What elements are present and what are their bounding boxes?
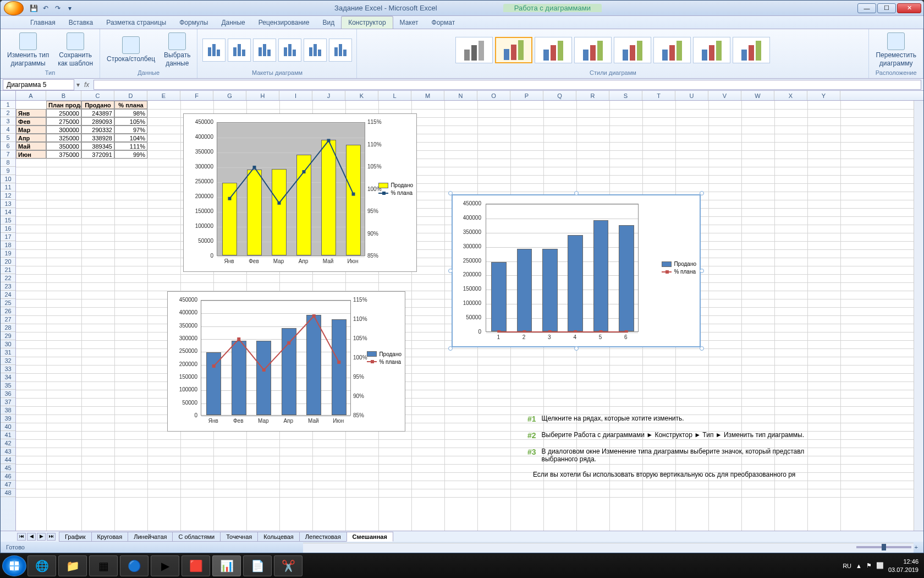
row-header-19[interactable]: 19	[1, 249, 15, 258]
row-header-35[interactable]: 35	[1, 381, 15, 390]
row-header-27[interactable]: 27	[1, 315, 15, 324]
chart-style-thumb[interactable]	[693, 37, 730, 63]
col-header-A[interactable]: A	[16, 91, 46, 100]
col-header-L[interactable]: L	[378, 91, 411, 100]
row-header-24[interactable]: 24	[1, 291, 15, 299]
row-header-6[interactable]: 6	[1, 142, 15, 150]
chart-layout-thumb[interactable]	[253, 39, 276, 62]
office-button[interactable]	[4, 1, 24, 15]
col-header-P[interactable]: P	[510, 91, 543, 100]
cell[interactable]: Мар	[16, 126, 46, 134]
row-header-42[interactable]: 42	[1, 439, 15, 448]
col-header-U[interactable]: U	[675, 91, 708, 100]
col-header-X[interactable]: X	[774, 91, 807, 100]
row-header-15[interactable]: 15	[1, 216, 15, 225]
sheet-nav-prev[interactable]: ◀	[27, 533, 36, 541]
cell[interactable]: Июн	[16, 150, 46, 159]
save-template-button[interactable]: Сохранить как шаблон	[54, 31, 96, 68]
select-all-corner[interactable]	[1, 91, 16, 100]
name-box[interactable]: Диаграмма 5	[3, 79, 74, 90]
sheet-tab[interactable]: Линейчатая	[128, 532, 173, 542]
col-header-W[interactable]: W	[741, 91, 774, 100]
row-header-41[interactable]: 41	[1, 431, 15, 439]
row-header-45[interactable]: 45	[1, 464, 15, 472]
vertical-scrollbar[interactable]	[914, 101, 923, 531]
close-button[interactable]: ✕	[897, 3, 921, 13]
task-ie[interactable]: 🌐	[28, 555, 56, 576]
tab-design[interactable]: Конструктор	[341, 16, 393, 29]
col-header-K[interactable]: K	[345, 91, 378, 100]
chart-style-thumb[interactable]	[733, 37, 770, 63]
col-header-C[interactable]: C	[81, 91, 114, 100]
formula-input[interactable]	[94, 80, 921, 90]
cell[interactable]: 289093	[81, 117, 114, 126]
col-header-B[interactable]: B	[46, 91, 81, 100]
col-header-M[interactable]: M	[411, 91, 444, 100]
cell[interactable]: 97%	[114, 126, 147, 134]
chart-style-thumb[interactable]	[653, 37, 691, 63]
row-header-18[interactable]: 18	[1, 241, 15, 249]
system-tray[interactable]: RU ▲ ⚑ ⬜ 12:46 03.07.2019	[843, 558, 922, 574]
chart-2[interactable]: 0500001000001500002000002500003000003500…	[167, 291, 405, 432]
row-header-43[interactable]: 43	[1, 448, 15, 456]
zoom-in-button[interactable]: +	[915, 544, 918, 550]
cell[interactable]: 290332	[81, 126, 114, 134]
maximize-button[interactable]: ☐	[877, 3, 896, 13]
cell[interactable]: 325000	[46, 134, 81, 142]
cell[interactable]: 99%	[114, 150, 147, 159]
cell[interactable]: План продаж	[46, 101, 81, 109]
row-header-29[interactable]: 29	[1, 332, 15, 340]
row-header-32[interactable]: 32	[1, 357, 15, 365]
row-header-38[interactable]: 38	[1, 406, 15, 415]
row-header-8[interactable]: 8	[1, 159, 15, 167]
row-header-46[interactable]: 46	[1, 472, 15, 481]
row-header-25[interactable]: 25	[1, 299, 15, 307]
col-header-E[interactable]: E	[147, 91, 180, 100]
horizontal-scrollbar[interactable]	[303, 543, 914, 553]
row-header-2[interactable]: 2	[1, 109, 15, 117]
redo-icon[interactable]: ↷	[52, 3, 63, 14]
sheet-tab[interactable]: Кольцевая	[257, 532, 300, 542]
cell[interactable]: Апр	[16, 134, 46, 142]
cell[interactable]: % плана	[114, 101, 147, 109]
row-header-44[interactable]: 44	[1, 456, 15, 464]
tray-flag-icon2[interactable]: ⚑	[866, 562, 872, 569]
chart-style-thumb[interactable]	[535, 37, 572, 63]
row-header-30[interactable]: 30	[1, 340, 15, 348]
cell[interactable]: 338928	[81, 134, 114, 142]
row-header-23[interactable]: 23	[1, 282, 15, 291]
col-header-Y[interactable]: Y	[807, 91, 840, 100]
row-header-36[interactable]: 36	[1, 390, 15, 398]
sheet-tab[interactable]: Смешанная	[346, 532, 393, 542]
row-header-26[interactable]: 26	[1, 307, 15, 315]
col-header-Q[interactable]: Q	[543, 91, 576, 100]
row-header-16[interactable]: 16	[1, 225, 15, 233]
row-header-1[interactable]: 1	[1, 101, 15, 109]
col-header-S[interactable]: S	[609, 91, 642, 100]
col-header-O[interactable]: O	[477, 91, 510, 100]
row-header-39[interactable]: 39	[1, 415, 15, 423]
cell[interactable]: 104%	[114, 134, 147, 142]
chart-style-thumb[interactable]	[495, 37, 532, 63]
tray-flag-icon[interactable]: ▲	[856, 563, 862, 569]
sheet-nav-first[interactable]: ⏮	[17, 533, 26, 541]
change-chart-type-button[interactable]: Изменить тип диаграммы	[4, 31, 52, 68]
row-header-48[interactable]: 48	[1, 489, 15, 497]
tab-page-layout[interactable]: Разметка страницы	[100, 17, 173, 29]
select-data-button[interactable]: Выбрать данные	[161, 31, 194, 68]
tab-formulas[interactable]: Формулы	[173, 17, 215, 29]
col-header-J[interactable]: J	[312, 91, 345, 100]
chart-layout-thumb[interactable]	[329, 39, 352, 62]
chart-style-thumb[interactable]	[455, 37, 493, 63]
col-header-H[interactable]: H	[246, 91, 279, 100]
row-header-10[interactable]: 10	[1, 175, 15, 183]
cell[interactable]: 389345	[81, 142, 114, 150]
row-header-28[interactable]: 28	[1, 324, 15, 332]
cell[interactable]: 250000	[46, 109, 81, 117]
tab-layout[interactable]: Макет	[393, 17, 425, 29]
cell[interactable]: 350000	[46, 142, 81, 150]
cell[interactable]: Продано	[81, 101, 114, 109]
row-header-5[interactable]: 5	[1, 134, 15, 142]
task-excel[interactable]: 📊	[212, 555, 241, 576]
cell[interactable]: 372091	[81, 150, 114, 159]
